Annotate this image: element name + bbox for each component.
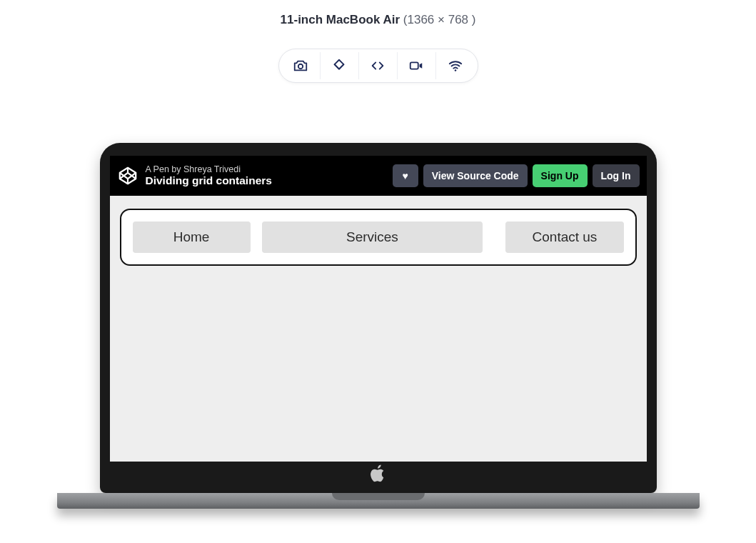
pen-byline: A Pen by Shreya Trivedi: [146, 164, 385, 174]
device-label: 11-inch MacBook Air (1366 × 768 ): [0, 13, 756, 27]
wifi-icon: [448, 58, 463, 74]
pen-title: Dividing grid containers: [146, 174, 385, 187]
pen-content: Home Services Contact us: [110, 196, 647, 279]
laptop-mockup: A Pen by Shreya Trivedi Dividing grid co…: [57, 143, 700, 509]
nav-services[interactable]: Services: [262, 221, 483, 253]
svg-point-2: [454, 69, 456, 71]
nav-container: Home Services Contact us: [120, 209, 637, 266]
laptop-base: [57, 493, 700, 509]
apple-logo-icon: [371, 464, 386, 487]
pen-header: A Pen by Shreya Trivedi Dividing grid co…: [110, 156, 647, 196]
nav-contact[interactable]: Contact us: [505, 221, 623, 253]
rotate-icon: [331, 58, 347, 74]
svg-rect-1: [410, 62, 418, 69]
pen-actions: ♥ View Source Code Sign Up Log In: [393, 164, 640, 187]
device-toolbar: [278, 49, 478, 83]
view-source-button[interactable]: View Source Code: [423, 164, 528, 187]
rotate-button[interactable]: [321, 52, 359, 79]
heart-icon: ♥: [403, 170, 408, 181]
signup-button[interactable]: Sign Up: [533, 164, 588, 187]
svg-point-0: [298, 64, 303, 69]
screen: A Pen by Shreya Trivedi Dividing grid co…: [110, 156, 647, 462]
screen-bezel: A Pen by Shreya Trivedi Dividing grid co…: [100, 143, 657, 493]
login-button[interactable]: Log In: [593, 164, 640, 187]
code-icon: [370, 58, 385, 74]
video-icon: [408, 58, 424, 74]
nav-home[interactable]: Home: [133, 221, 251, 253]
device-name: 11-inch MacBook Air: [281, 13, 400, 26]
heart-button[interactable]: ♥: [393, 164, 418, 187]
codepen-logo-icon: [117, 165, 138, 186]
code-button[interactable]: [359, 52, 398, 79]
trackpad-notch: [332, 493, 425, 500]
wifi-button[interactable]: [436, 52, 475, 79]
device-dimensions: (1366 × 768 ): [403, 13, 476, 26]
camera-icon: [293, 58, 308, 74]
video-button[interactable]: [398, 52, 436, 79]
screenshot-button[interactable]: [282, 52, 321, 79]
pen-meta: A Pen by Shreya Trivedi Dividing grid co…: [146, 164, 385, 187]
